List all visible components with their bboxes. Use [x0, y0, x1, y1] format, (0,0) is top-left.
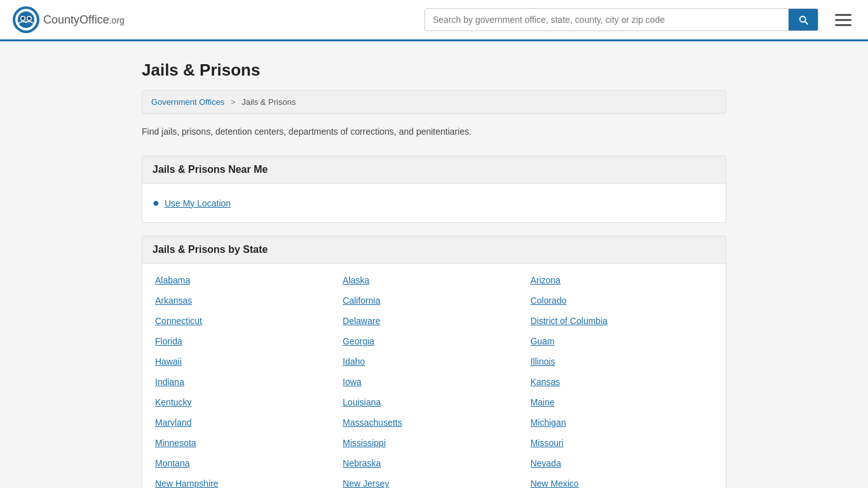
state-link[interactable]: Connecticut — [155, 316, 202, 326]
search-bar — [424, 8, 818, 31]
list-item: Maine — [528, 392, 715, 412]
logo-name: CountyOffice — [43, 13, 109, 26]
svg-point-2 — [18, 11, 34, 28]
state-link[interactable]: Georgia — [342, 336, 374, 346]
state-link[interactable]: New Hampshire — [155, 478, 219, 488]
state-link[interactable]: Louisiana — [342, 397, 381, 407]
state-link[interactable]: New Mexico — [531, 478, 579, 488]
state-link[interactable]: Arizona — [531, 275, 560, 285]
state-link[interactable]: Montana — [155, 458, 189, 468]
breadcrumb: Government Offices > Jails & Prisons — [142, 90, 726, 114]
by-state-section: Jails & Prisons by State AlabamaAlaskaAr… — [142, 236, 726, 488]
list-item: Connecticut — [153, 311, 340, 331]
list-item: Iowa — [340, 372, 527, 392]
states-grid: AlabamaAlaskaArizonaArkansasCaliforniaCo… — [142, 264, 726, 488]
state-link[interactable]: Iowa — [342, 377, 362, 387]
state-link[interactable]: Illinois — [531, 356, 555, 367]
breadcrumb-current: Jails & Prisons — [241, 97, 295, 107]
list-item: Maryland — [153, 412, 340, 433]
list-item: Arizona — [528, 270, 715, 290]
state-link[interactable]: Arkansas — [155, 295, 192, 306]
menu-icon — [835, 24, 851, 26]
near-me-section: Jails & Prisons Near Me ● Use My Locatio… — [142, 156, 726, 223]
list-item: Illinois — [528, 351, 715, 372]
state-link[interactable]: Maryland — [155, 417, 192, 428]
state-link[interactable]: Nebraska — [342, 458, 381, 468]
state-link[interactable]: Indiana — [155, 377, 184, 387]
search-input[interactable] — [425, 9, 789, 30]
site-header: CountyOffice.org — [0, 0, 868, 41]
svg-point-5 — [22, 17, 25, 20]
main-content: Jails & Prisons Government Offices > Jai… — [129, 41, 739, 488]
list-item: Mississippi — [340, 433, 527, 453]
svg-point-6 — [28, 17, 31, 20]
near-me-header: Jails & Prisons Near Me — [142, 156, 726, 184]
page-title: Jails & Prisons — [142, 60, 726, 80]
list-item: Guam — [528, 331, 715, 351]
state-link[interactable]: Minnesota — [155, 438, 196, 448]
list-item: Alaska — [340, 270, 527, 290]
state-link[interactable]: Kansas — [531, 377, 560, 387]
list-item: Hawaii — [153, 351, 340, 372]
logo[interactable]: CountyOffice.org — [13, 6, 125, 33]
near-me-content: ● Use My Location — [142, 184, 726, 222]
menu-icon — [835, 19, 851, 21]
state-link[interactable]: Maine — [531, 397, 555, 407]
state-link[interactable]: District of Columbia — [531, 316, 607, 326]
list-item: Kansas — [528, 372, 715, 392]
list-item: Georgia — [340, 331, 527, 351]
breadcrumb-home[interactable]: Government Offices — [151, 97, 224, 107]
list-item: Delaware — [340, 311, 527, 331]
list-item: Montana — [153, 453, 340, 473]
logo-suffix: .org — [109, 15, 125, 25]
logo-text-area: CountyOffice.org — [43, 13, 125, 27]
list-item: Michigan — [528, 412, 715, 433]
state-link[interactable]: Michigan — [531, 417, 566, 428]
state-link[interactable]: Florida — [155, 336, 182, 346]
breadcrumb-separator: > — [231, 97, 236, 107]
state-link[interactable]: Guam — [531, 336, 555, 346]
list-item: Arkansas — [153, 290, 340, 311]
by-state-header: Jails & Prisons by State — [142, 236, 726, 264]
search-icon — [797, 14, 809, 25]
list-item: New Hampshire — [153, 473, 340, 488]
list-item: New Jersey — [340, 473, 527, 488]
list-item: Massachusetts — [340, 412, 527, 433]
state-link[interactable]: California — [342, 295, 380, 306]
state-link[interactable]: Colorado — [531, 295, 567, 306]
menu-icon — [835, 14, 851, 16]
state-link[interactable]: Hawaii — [155, 356, 182, 367]
state-link[interactable]: Mississippi — [342, 438, 386, 448]
list-item: District of Columbia — [528, 311, 715, 331]
state-link[interactable]: Kentucky — [155, 397, 192, 407]
list-item: Minnesota — [153, 433, 340, 453]
state-link[interactable]: New Jersey — [342, 478, 389, 488]
logo-icon — [13, 6, 39, 33]
state-link[interactable]: Massachusetts — [342, 417, 402, 428]
menu-button[interactable] — [831, 10, 855, 30]
state-link[interactable]: Delaware — [342, 316, 380, 326]
list-item: California — [340, 290, 527, 311]
list-item: Alabama — [153, 270, 340, 290]
list-item: Indiana — [153, 372, 340, 392]
list-item: Missouri — [528, 433, 715, 453]
list-item: Nevada — [528, 453, 715, 473]
list-item: Colorado — [528, 290, 715, 311]
location-pin-icon: ● — [153, 196, 159, 210]
state-link[interactable]: Idaho — [342, 356, 365, 367]
list-item: Kentucky — [153, 392, 340, 412]
list-item: Florida — [153, 331, 340, 351]
state-link[interactable]: Missouri — [531, 438, 564, 448]
location-link-wrap: ● Use My Location — [153, 196, 715, 210]
page-description: Find jails, prisons, detention centers, … — [142, 126, 726, 137]
search-button[interactable] — [789, 9, 818, 30]
list-item: New Mexico — [528, 473, 715, 488]
list-item: Louisiana — [340, 392, 527, 412]
list-item: Nebraska — [340, 453, 527, 473]
use-my-location-link[interactable]: Use My Location — [165, 198, 231, 208]
state-link[interactable]: Alabama — [155, 275, 190, 285]
state-link[interactable]: Alaska — [342, 275, 369, 285]
list-item: Idaho — [340, 351, 527, 372]
state-link[interactable]: Nevada — [531, 458, 561, 468]
